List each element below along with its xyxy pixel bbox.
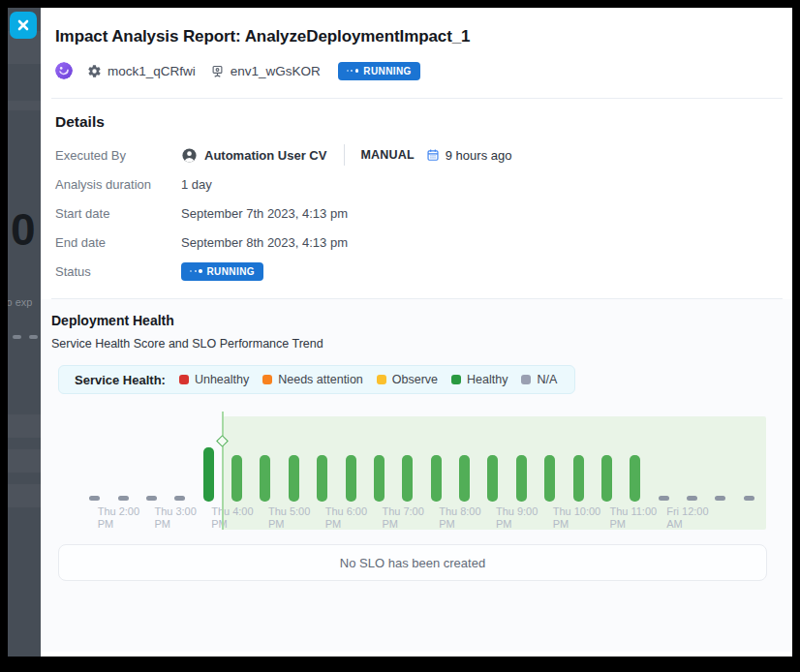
close-icon [17,19,29,31]
backdrop-artifact [8,414,41,438]
executed-time: 9 hours ago [446,148,512,163]
environment-name: env1_wGsKOR [231,64,321,78]
backdrop-artifact [13,335,21,339]
x-axis-label: Thu 11:00PM [609,505,669,531]
trigger-type: MANUAL [360,148,414,162]
legend-swatch-icon [521,375,531,384]
health-bar [231,455,242,502]
health-bar [346,455,356,502]
app-window: 0 To exp Impact Analysis Report: Analyze… [8,8,792,657]
gear-icon [87,64,102,78]
status-badge: RUNNING [181,262,263,281]
running-dots-icon [190,269,202,273]
close-drawer-button[interactable] [10,12,37,39]
health-bar [260,455,270,502]
running-dots-icon [347,69,359,73]
backdrop-artifact [8,101,41,110]
detail-label: Analysis duration [55,177,181,192]
legend-label: N/A [537,373,557,386]
legend-label: Observe [392,373,438,386]
x-axis-label: Thu 10:00PM [553,505,613,531]
health-bar [402,455,413,502]
legend-item: Unhealthy [179,373,249,386]
detail-row-executed-by: Executed By Automation User CV MANUAL [55,140,777,169]
legend-swatch-icon [179,375,189,384]
report-meta-row: mock1_qCRfwi env1_wGsKOR RUNNING [55,61,777,80]
x-axis-label: Thu 5:00PM [268,505,328,531]
x-axis-label: Thu 4:00PM [211,505,271,531]
health-bar [630,455,640,502]
health-bar-na [118,496,129,501]
service-avatar-icon [55,62,73,79]
legend-item: Healthy [451,373,508,386]
chart-subtitle: Service Health Score and SLO Performance… [51,337,774,351]
page-title: Impact Analysis Report: AnalyzeDeploymen… [55,27,777,46]
health-bar [544,455,555,502]
health-bar-na [174,496,185,501]
legend-swatch-icon [377,375,386,384]
environment-icon [210,64,225,78]
detail-label: End date [55,235,181,250]
details-section: Details Executed By Automation User CV M… [41,99,792,298]
slo-empty-state: No SLO has been created [58,544,767,581]
health-bar [203,447,214,502]
detail-value: September 8th 2023, 4:13 pm [181,235,348,250]
divider [344,144,345,166]
health-bar-na [687,496,697,501]
health-bar [317,455,327,502]
backdrop-artifact [8,484,41,507]
health-bar [431,455,442,502]
health-bar [374,455,385,502]
x-axis-label: Thu 2:00PM [98,505,158,531]
health-bar [289,455,299,502]
deployment-health-heading: Deployment Health [51,313,774,328]
service-health-legend: Service Health: UnhealthyNeeds attention… [58,365,575,394]
calendar-icon [426,148,440,162]
modal-backdrop: 0 To exp [8,8,41,657]
detail-row: Analysis duration1 day [55,169,777,199]
x-axis-label: Thu 3:00PM [154,505,214,531]
detail-label: Start date [55,206,181,221]
legend-item: Needs attention [262,373,363,386]
legend-item: Observe [377,373,438,386]
x-axis-label: Thu 7:00PM [382,505,442,531]
service-health-chart: Thu 2:00PMThu 3:00PMThu 4:00PMThu 5:00PM… [58,407,767,531]
x-axis-label: Thu 6:00PM [325,505,385,531]
health-bar [601,455,612,502]
pipeline-meta: mock1_qCRfwi [87,64,196,78]
detail-row: End dateSeptember 8th 2023, 4:13 pm [55,228,777,257]
backdrop-dimmed-metric: 0 [11,207,36,252]
legend-label: Needs attention [278,373,363,386]
user-icon [181,147,198,164]
backdrop-dimmed-text: To exp [8,296,32,308]
status-badge: RUNNING [338,62,420,80]
legend-item: N/A [521,373,557,386]
health-bar [487,455,498,502]
health-bar [573,455,584,502]
backdrop-artifact [8,449,41,473]
health-bar [516,455,527,502]
legend-label: Unhealthy [195,373,249,386]
x-axis-label: Thu 8:00PM [439,505,499,531]
backdrop-artifact [29,335,38,339]
environment-meta: env1_wGsKOR [210,64,321,78]
deployment-marker-line [222,412,224,530]
legend-label: Healthy [467,373,508,386]
executed-by-user: Automation User CV [204,148,326,163]
detail-value: September 7th 2023, 4:13 pm [181,206,348,221]
x-axis-label: Fri 12:00AM [666,505,726,531]
legend-swatch-icon [262,375,272,384]
x-axis-label: Thu 9:00PM [496,505,556,531]
deployment-health-section: Deployment Health Service Health Score a… [41,299,792,652]
detail-value: 1 day [181,177,212,192]
legend-swatch-icon [451,375,461,384]
detail-row: Start dateSeptember 7th 2023, 4:13 pm [55,199,777,228]
detail-row-status: Status RUNNING [55,257,777,286]
health-bar [459,455,470,502]
details-heading: Details [55,113,777,131]
health-bar-na [715,496,725,501]
health-bar-na [89,496,100,501]
impact-analysis-drawer: Impact Analysis Report: AnalyzeDeploymen… [41,8,792,657]
health-bar-na [659,496,669,501]
health-bar-na [744,496,754,501]
